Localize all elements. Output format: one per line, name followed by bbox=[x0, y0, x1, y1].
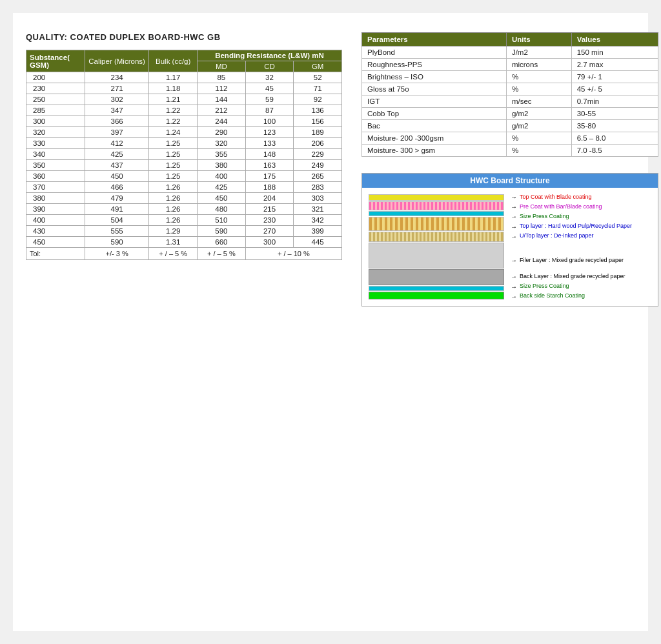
cell-md: 510 bbox=[198, 215, 246, 226]
cell-cd: 230 bbox=[245, 215, 294, 226]
param-row: IGT m/sec 0.7min bbox=[362, 96, 658, 108]
cell-gm: 303 bbox=[294, 193, 342, 204]
cell-caliper: 412 bbox=[85, 138, 149, 149]
cell-gsm: 400 bbox=[26, 215, 85, 226]
col-caliper-header: Caliper (Microns) bbox=[85, 50, 149, 72]
cell-caliper: 491 bbox=[85, 204, 149, 215]
cell-caliper: 366 bbox=[85, 116, 149, 127]
cell-gm: 206 bbox=[294, 138, 342, 149]
param-units: g/m2 bbox=[506, 120, 571, 132]
arrow-4: → bbox=[511, 223, 517, 231]
cell-gm: 265 bbox=[294, 171, 342, 182]
tol-caliper: + / – 5 % bbox=[149, 248, 198, 260]
board-legend: → Top Coat with Blade coating → Pre Coat… bbox=[507, 191, 658, 303]
page-title: QUALITY: COATED DUPLEX BOARD-HWC GB bbox=[26, 32, 342, 42]
cell-caliper: 450 bbox=[85, 171, 149, 182]
col-md-header: MD bbox=[198, 61, 246, 72]
cell-gm: 136 bbox=[294, 105, 342, 116]
legend-spacer bbox=[511, 242, 655, 255]
cell-gsm: 330 bbox=[26, 138, 85, 149]
cell-gsm: 360 bbox=[26, 171, 85, 182]
arrow-9: → bbox=[511, 292, 517, 301]
cell-gm: 342 bbox=[294, 215, 342, 226]
left-section: QUALITY: COATED DUPLEX BOARD-HWC GB Subs… bbox=[26, 32, 342, 260]
legend-4: → Top layer : Hard wood Pulp/Recycled Pa… bbox=[511, 223, 655, 231]
legend-7: → Back Layer : Mixed grade recycled pape… bbox=[511, 272, 655, 281]
cell-cd: 45 bbox=[245, 83, 294, 94]
cell-gm: 189 bbox=[294, 127, 342, 138]
legend-text-8: Size Press Coating bbox=[520, 283, 569, 290]
cell-caliper: 466 bbox=[85, 182, 149, 193]
cell-bulk: 1.26 bbox=[149, 193, 198, 204]
cell-bulk: 1.26 bbox=[149, 182, 198, 193]
param-row: Gloss at 75o % 45 +/- 5 bbox=[362, 83, 658, 96]
table-row: 285 347 1.22 212 87 136 bbox=[26, 105, 342, 116]
cell-md: 425 bbox=[198, 182, 246, 193]
cell-cd: 32 bbox=[245, 72, 294, 83]
cell-md: 400 bbox=[198, 171, 246, 182]
param-row: Cobb Top g/m2 30-55 bbox=[362, 108, 658, 120]
cell-gm: 321 bbox=[294, 204, 342, 215]
cell-bulk: 1.31 bbox=[149, 237, 198, 248]
param-row: Moisture- 200 -300gsm % 6.5 – 8.0 bbox=[362, 132, 658, 145]
table-row: 400 504 1.26 510 230 342 bbox=[26, 215, 342, 226]
cell-gsm: 320 bbox=[26, 127, 85, 138]
param-units: % bbox=[506, 83, 571, 96]
param-name: PlyBond bbox=[362, 46, 507, 59]
cell-cd: 270 bbox=[245, 226, 294, 237]
param-units: % bbox=[506, 71, 571, 83]
param-name: Cobb Top bbox=[362, 108, 507, 120]
cell-gsm: 430 bbox=[26, 226, 85, 237]
param-values: 0.7min bbox=[571, 96, 658, 108]
cell-bulk: 1.24 bbox=[149, 127, 198, 138]
cell-md: 355 bbox=[198, 149, 246, 160]
tol-gsm: +/- 3 % bbox=[85, 248, 149, 260]
cell-gm: 399 bbox=[294, 226, 342, 237]
cell-bulk: 1.17 bbox=[149, 72, 198, 83]
cell-gsm: 340 bbox=[26, 149, 85, 160]
arrow-8: → bbox=[511, 283, 517, 291]
tol-bending: + / – 10 % bbox=[245, 248, 341, 260]
legend-9: → Back side Starch Coating bbox=[511, 292, 655, 301]
cell-cd: 100 bbox=[245, 116, 294, 127]
legend-5: → U/Top layer : De-inked paper bbox=[511, 232, 655, 241]
table-row: 450 590 1.31 660 300 445 bbox=[26, 237, 342, 248]
param-name: Brightness – ISO bbox=[362, 71, 507, 83]
cell-bulk: 1.22 bbox=[149, 116, 198, 127]
param-units: J/m2 bbox=[506, 46, 571, 59]
cell-gm: 249 bbox=[294, 160, 342, 171]
table-row: 360 450 1.25 400 175 265 bbox=[26, 171, 342, 182]
legend-text-4: Top layer : Hard wood Pulp/Recycled Pape… bbox=[520, 223, 632, 230]
cell-md: 212 bbox=[198, 105, 246, 116]
cell-caliper: 437 bbox=[85, 160, 149, 171]
cell-bulk: 1.29 bbox=[149, 226, 198, 237]
cell-md: 144 bbox=[198, 94, 246, 105]
param-units: % bbox=[506, 132, 571, 145]
param-row: Roughness-PPS microns 2.7 max bbox=[362, 59, 658, 71]
layer-back bbox=[369, 269, 504, 285]
board-diagram-title: HWC Board Structure bbox=[362, 174, 658, 188]
layer-starch-back bbox=[369, 292, 504, 299]
legend-text-6: Filer Layer : Mixed grade recycled paper bbox=[520, 257, 624, 265]
cell-md: 380 bbox=[198, 160, 246, 171]
layer-size-press bbox=[369, 211, 504, 216]
legend-text-1: Top Coat with Blade coating bbox=[520, 194, 592, 201]
param-name: Gloss at 75o bbox=[362, 83, 507, 96]
col-gm-header: GM bbox=[294, 61, 342, 72]
table-row: 250 302 1.21 144 59 92 bbox=[26, 94, 342, 105]
cell-cd: 148 bbox=[245, 149, 294, 160]
board-diagram: HWC Board Structure bbox=[361, 173, 658, 307]
param-name: Moisture- 200 -300gsm bbox=[362, 132, 507, 145]
legend-spacer2 bbox=[511, 266, 655, 271]
cell-gm: 71 bbox=[294, 83, 342, 94]
cell-cd: 300 bbox=[245, 237, 294, 248]
legend-text-2: Pre Coat with Bar/Blade coating bbox=[520, 203, 602, 211]
legend-1: → Top Coat with Blade coating bbox=[511, 193, 655, 201]
cell-caliper: 397 bbox=[85, 127, 149, 138]
cell-gsm: 380 bbox=[26, 193, 85, 204]
param-units: m/sec bbox=[506, 96, 571, 108]
col-cd-header: CD bbox=[245, 61, 294, 72]
cell-gsm: 285 bbox=[26, 105, 85, 116]
cell-md: 660 bbox=[198, 237, 246, 248]
cell-cd: 188 bbox=[245, 182, 294, 193]
